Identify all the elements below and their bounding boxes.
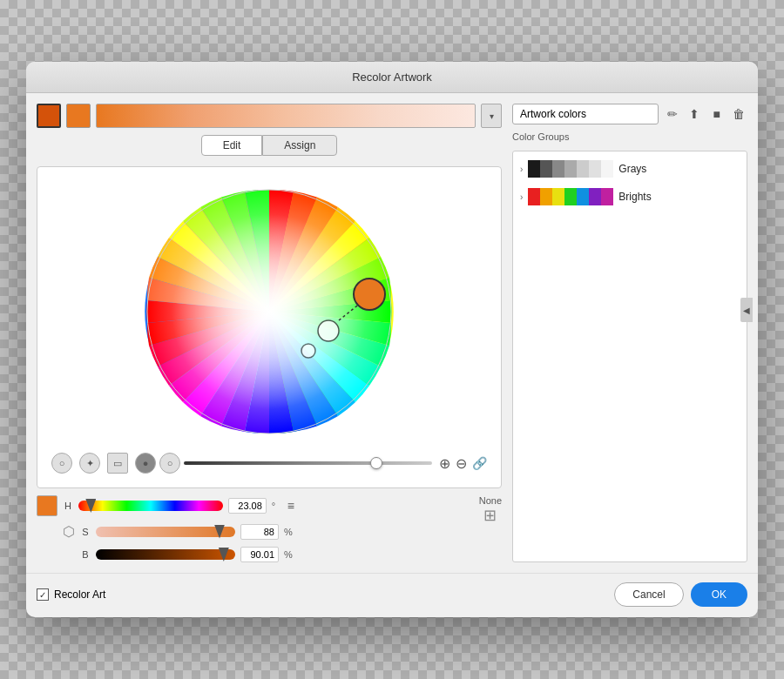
b-slider[interactable] [96, 549, 235, 560]
recolor-art-checkbox[interactable]: ✓ [37, 588, 49, 601]
folder-button[interactable]: ■ [708, 104, 726, 124]
gray-swatch-3 [552, 160, 564, 178]
brightness-thumb[interactable] [370, 457, 382, 469]
color-groups-label: Color Groups [512, 131, 747, 142]
rect-tool-icon[interactable]: ▭ [107, 453, 128, 474]
bright-swatch-4 [564, 188, 577, 205]
dialog-buttons: Cancel OK [614, 582, 747, 607]
bottom-row: ✓ Recolor Art Cancel OK [26, 573, 758, 617]
grays-swatches [528, 160, 613, 178]
color-group-grays[interactable]: › Grays [513, 155, 747, 183]
gray-swatch-4 [564, 160, 577, 178]
color-wheel-container: ○ ✦ ▭ ● ○ ⊕ [37, 166, 502, 488]
gray-swatch-2 [540, 160, 552, 178]
save-button[interactable]: ⬆ [686, 104, 704, 124]
dropdown-button[interactable]: ▾ [481, 104, 502, 128]
color-swatch-orange[interactable] [66, 104, 91, 128]
bright-swatch-7 [601, 188, 613, 205]
circle-open-icon[interactable]: ○ [159, 453, 180, 474]
title-bar: Recolor Artwork [26, 62, 758, 93]
tool-small-icons: ⊕ ⊖ 🔗 [439, 455, 487, 472]
trash-button[interactable]: 🗑 [731, 104, 748, 124]
spokes-tool-icon[interactable]: ✦ [79, 453, 100, 474]
none-grid-icon[interactable]: ⊞ [483, 506, 497, 525]
svg-point-2 [147, 190, 391, 434]
color-wheel-wrapper[interactable] [139, 181, 400, 442]
h-slider[interactable] [78, 501, 223, 511]
s-label: S [80, 527, 91, 537]
s-thumb[interactable] [214, 525, 225, 539]
scroll-left-icon: ◀ [743, 306, 750, 315]
grays-label: Grays [618, 163, 646, 175]
dialog-body: ▾ Edit Assign [26, 93, 758, 573]
cancel-button[interactable]: Cancel [614, 582, 683, 607]
color-swatch-dark[interactable] [37, 104, 61, 128]
color-groups-list: › Grays › [512, 151, 747, 562]
color-preview-swatch [37, 495, 57, 516]
bright-swatch-6 [589, 188, 601, 205]
gray-swatch-7 [601, 160, 613, 178]
h-value-input[interactable] [228, 498, 267, 514]
none-label: None [479, 495, 502, 506]
brights-label: Brights [618, 191, 651, 203]
unlink-icon[interactable]: 🔗 [472, 456, 487, 470]
color-group-brights[interactable]: › Brights [513, 183, 747, 211]
gray-swatch-5 [577, 160, 589, 178]
cube-icon[interactable]: ⬡ [63, 523, 75, 540]
gray-swatch-1 [528, 160, 540, 178]
chevron-grays-icon: › [520, 165, 523, 174]
svg-point-4 [301, 344, 315, 358]
left-panel: ▾ Edit Assign [37, 104, 502, 562]
svg-point-7 [354, 279, 385, 310]
bright-swatch-3 [552, 188, 564, 205]
dialog-title: Recolor Artwork [352, 71, 432, 84]
svg-point-5 [318, 320, 339, 341]
edit-assign-tabs: Edit Assign [37, 135, 502, 156]
brights-swatches [528, 188, 613, 205]
hsb-menu-icon[interactable]: ≡ [287, 499, 294, 513]
brightness-track [184, 461, 432, 465]
h-label: H [63, 501, 73, 511]
ok-button[interactable]: OK [691, 582, 747, 607]
b-unit: % [284, 549, 294, 560]
hsb-section: H ° ≡ ⬡ S [37, 495, 502, 562]
tab-assign[interactable]: Assign [262, 135, 337, 156]
panel-scroll-button[interactable]: ◀ [740, 298, 753, 322]
gray-swatch-6 [589, 160, 601, 178]
link-circle-icon[interactable]: ● [135, 453, 156, 474]
artwork-colors-row: ✏ ⬆ ■ 🗑 [512, 104, 747, 124]
chevron-brights-icon: › [520, 192, 523, 202]
h-unit: ° [272, 501, 282, 511]
tools-row: ○ ✦ ▭ ● ○ ⊕ [51, 453, 487, 474]
color-gradient-bar[interactable] [96, 104, 476, 128]
remove-link-icon[interactable]: ⊖ [456, 455, 467, 472]
recolor-artwork-dialog: Recolor Artwork ▾ Edit Assign [26, 62, 758, 617]
h-thumb[interactable] [85, 499, 96, 513]
color-bar-row: ▾ [37, 104, 502, 128]
s-unit: % [284, 527, 294, 537]
add-link-icon[interactable]: ⊕ [439, 455, 450, 472]
tab-edit[interactable]: Edit [201, 135, 263, 156]
color-wheel[interactable] [139, 181, 400, 442]
artwork-colors-input[interactable] [512, 104, 659, 124]
dropdown-icon: ▾ [490, 111, 494, 121]
s-slider[interactable] [96, 527, 235, 537]
eyedropper-button[interactable]: ✏ [664, 104, 681, 124]
checkmark-icon: ✓ [39, 590, 46, 600]
bright-swatch-2 [540, 188, 552, 205]
circle-tool-icon[interactable]: ○ [51, 453, 72, 474]
s-value-input[interactable] [240, 524, 279, 540]
bright-swatch-5 [577, 188, 589, 205]
b-thumb[interactable] [219, 548, 229, 561]
bright-swatch-1 [528, 188, 540, 205]
recolor-art-label: Recolor Art [54, 588, 105, 601]
right-panel: ✏ ⬆ ■ 🗑 Color Groups › [512, 104, 747, 562]
b-value-input[interactable] [240, 547, 279, 562]
b-label: B [80, 549, 91, 560]
